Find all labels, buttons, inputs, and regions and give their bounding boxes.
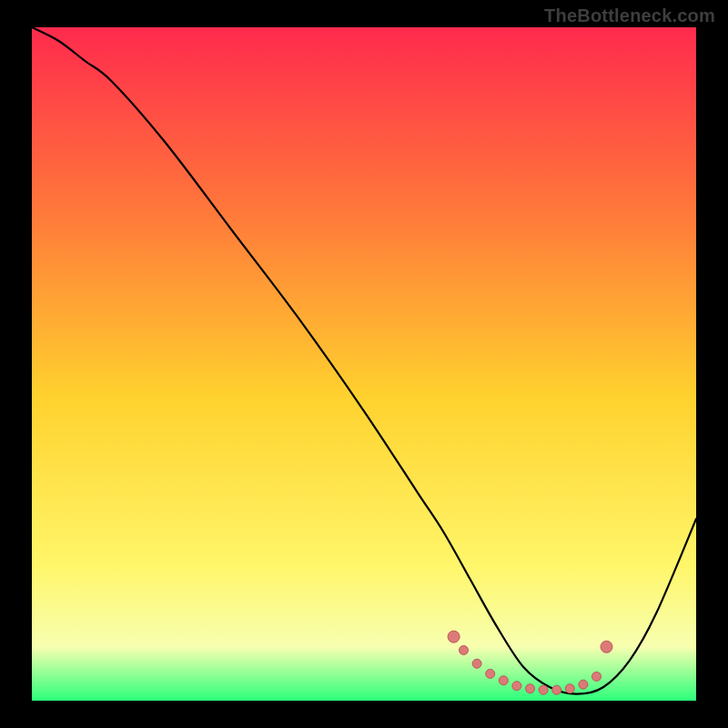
marker-dot [601,641,612,652]
watermark-text: TheBottleneck.com [544,5,715,26]
marker-dot [512,682,521,691]
bottleneck-chart [0,0,728,728]
chart-stage: { "watermark": "TheBottleneck.com", "col… [0,0,728,728]
marker-dot [592,672,602,681]
marker-dot [565,684,574,693]
marker-dot [579,680,588,689]
marker-dot [472,659,481,668]
marker-dot [552,685,561,694]
marker-dot [460,646,469,655]
marker-dot [526,684,535,693]
marker-dot [539,685,548,694]
marker-dot [486,669,495,678]
plot-background [32,27,696,701]
marker-dot [499,676,508,685]
marker-dot [448,631,460,642]
